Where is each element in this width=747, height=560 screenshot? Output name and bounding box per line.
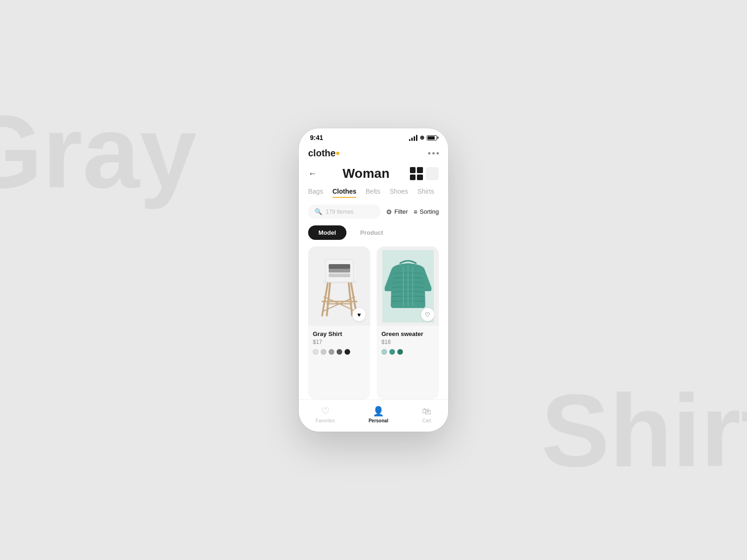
personal-icon: 👤 [373, 406, 384, 417]
grid-cell-1 [410, 167, 416, 173]
category-shoes[interactable]: Shoes [389, 188, 408, 198]
swatch[interactable] [389, 349, 395, 355]
color-swatches-green-sweater [381, 349, 434, 355]
sort-button[interactable]: ≡ Sorting [414, 208, 439, 216]
swatch[interactable] [321, 349, 326, 355]
category-bags[interactable]: Bags [308, 188, 323, 198]
color-swatches-gray-shirt [313, 349, 366, 355]
app-logo: clothe [308, 148, 339, 159]
cart-label: Cart [422, 418, 431, 423]
back-button[interactable]: ← [308, 169, 322, 179]
app-header: clothe [299, 144, 448, 164]
page-title: Woman [343, 166, 390, 181]
category-belts[interactable]: Belts [366, 188, 380, 198]
sort-icon: ≡ [414, 208, 417, 216]
status-icons: ⊛ [409, 134, 437, 141]
svg-rect-4 [329, 264, 350, 269]
personal-label: Personal [368, 418, 388, 423]
svg-rect-3 [329, 273, 350, 277]
tab-product[interactable]: Product [350, 225, 394, 240]
cart-icon: 🛍 [422, 406, 431, 417]
filter-button[interactable]: ⚙ Filter [386, 208, 408, 216]
product-price-green-sweater: $18 [381, 339, 434, 345]
status-time: 9:41 [310, 134, 323, 141]
swatch[interactable] [381, 349, 387, 355]
wifi-icon: ⊛ [420, 134, 424, 141]
view-tabs: Model Product [299, 225, 448, 246]
nav-favorites[interactable]: ♡ Favorites [316, 406, 335, 423]
bg-text-shirt: Shirt [541, 372, 747, 490]
product-image-gray-shirt: ♥ [308, 246, 370, 326]
search-placeholder: 179 Itemes [326, 209, 353, 215]
product-card-gray-shirt[interactable]: ♥ Gray Shirt $17 [308, 246, 370, 399]
page-header: ← Woman [299, 164, 448, 188]
product-price-gray-shirt: $17 [313, 339, 366, 345]
tab-model[interactable]: Model [308, 225, 346, 240]
dot2 [432, 152, 435, 154]
view-toggle [410, 167, 439, 180]
nav-cart[interactable]: 🛍 Cart [422, 406, 431, 423]
product-info-gray-shirt: Gray Shirt $17 [308, 326, 370, 358]
product-name-gray-shirt: Gray Shirt [313, 330, 366, 337]
swatch[interactable] [337, 349, 342, 355]
bg-text-gray: Gray [0, 93, 197, 211]
search-filter-row: 🔍 179 Itemes ⚙ Filter ≡ Sorting [299, 204, 448, 225]
swatch[interactable] [329, 349, 334, 355]
product-card-green-sweater[interactable]: ♡ Green sweater $18 [377, 246, 439, 399]
battery-icon [427, 135, 437, 140]
swatch[interactable] [313, 349, 318, 355]
status-bar: 9:41 ⊛ [299, 128, 448, 144]
product-image-green-sweater: ♡ [377, 246, 439, 326]
category-nav: Bags Clothes Belts Shoes Shirts [299, 188, 448, 204]
logo-dot [336, 152, 339, 155]
grid-cell-2 [417, 167, 423, 173]
dot1 [428, 152, 430, 154]
swatch[interactable] [345, 349, 350, 355]
favorite-btn-green-sweater[interactable]: ♡ [421, 308, 434, 321]
more-menu-button[interactable] [428, 152, 439, 154]
dot3 [437, 152, 439, 154]
filter-icon: ⚙ [386, 208, 392, 216]
search-box[interactable]: 🔍 179 Itemes [308, 204, 381, 219]
list-view-button[interactable] [426, 167, 439, 180]
favorite-btn-gray-shirt[interactable]: ♥ [352, 308, 366, 321]
phone-frame: 9:41 ⊛ clothe ← Woman [299, 128, 448, 432]
product-info-green-sweater: Green sweater $18 [377, 326, 439, 358]
favorites-icon: ♡ [321, 406, 330, 417]
swatch[interactable] [397, 349, 403, 355]
category-clothes[interactable]: Clothes [332, 188, 356, 198]
bottom-nav: ♡ Favorites 👤 Personal 🛍 Cart [299, 399, 448, 432]
search-icon: 🔍 [315, 208, 322, 215]
product-name-green-sweater: Green sweater [381, 330, 434, 337]
nav-personal[interactable]: 👤 Personal [368, 406, 388, 423]
signal-icon [409, 135, 417, 141]
grid-cell-4 [417, 175, 423, 181]
favorites-label: Favorites [316, 418, 335, 423]
grid-view-button[interactable] [410, 167, 423, 180]
category-shirts[interactable]: Shirts [417, 188, 434, 198]
grid-cell-3 [410, 175, 416, 181]
product-grid: ♥ Gray Shirt $17 [299, 246, 448, 399]
